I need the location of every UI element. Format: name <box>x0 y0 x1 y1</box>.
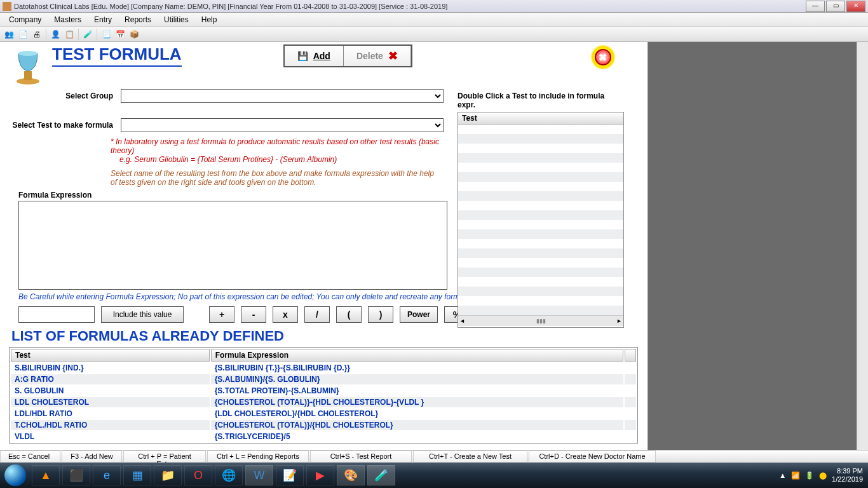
list-item[interactable] <box>458 153 623 163</box>
list-item[interactable] <box>458 191 623 201</box>
multiply-button[interactable]: x <box>273 306 298 323</box>
table-row[interactable]: LDL/HDL RATIO{LDL CHOLESTEROL}/{HDL CHOL… <box>11 409 636 419</box>
hint-text-3: Select name of the resulting test from t… <box>111 169 441 187</box>
test-column-header[interactable]: Test <box>458 112 623 125</box>
table-row[interactable]: T.CHOL./HDL RATIO{CHOLESTEROL (TOTAL)}/{… <box>11 420 636 430</box>
list-item[interactable] <box>458 201 623 210</box>
table-row[interactable]: S. GLOBULIN{S.TOTAL PROTEIN}-{S.ALBUMIN} <box>11 386 636 396</box>
cell-spacer <box>625 420 636 430</box>
app-icon <box>3 2 11 11</box>
list-item[interactable] <box>458 229 623 239</box>
toolbar-report-icon[interactable]: 📋 <box>63 28 76 41</box>
list-item[interactable] <box>458 268 623 277</box>
toolbar-page-icon[interactable]: 📃 <box>100 28 112 41</box>
toolbar-person-icon[interactable]: 👤 <box>49 28 62 41</box>
table-row[interactable]: VLDL{S.TRIGLYCERIDE}/5 <box>11 431 636 442</box>
list-item[interactable] <box>458 125 623 134</box>
include-value-button[interactable]: Include this value <box>101 306 184 323</box>
table-header-test[interactable]: Test <box>11 349 210 362</box>
menu-reports[interactable]: Reports <box>118 14 158 25</box>
toolbar-separator <box>97 29 97 40</box>
formula-expression-textarea[interactable] <box>18 201 447 290</box>
select-test-dropdown[interactable] <box>121 118 444 132</box>
toolbar-users-icon[interactable]: 👥 <box>3 28 15 41</box>
table-row[interactable]: LDL CHOLESTEROL{CHOLESTEROL (TOTAL)}-{HD… <box>11 397 636 407</box>
list-item[interactable] <box>458 277 623 287</box>
divide-button[interactable]: / <box>304 306 330 323</box>
taskbar-explorer-icon[interactable]: 📁 <box>154 465 182 485</box>
list-item[interactable] <box>458 210 623 220</box>
taskbar-app1-icon[interactable]: ⬛ <box>62 465 90 485</box>
taskbar-notes-icon[interactable]: 📝 <box>276 465 304 485</box>
save-icon: 💾 <box>297 51 308 61</box>
cell-test: LDL CHOLESTEROL <box>11 397 210 407</box>
lparen-button[interactable]: ( <box>336 306 362 323</box>
list-item[interactable] <box>458 144 623 153</box>
toolbar-print-icon[interactable]: 🖨 <box>31 28 43 41</box>
list-item[interactable] <box>458 163 623 172</box>
taskbar-word-icon[interactable]: W <box>245 465 273 485</box>
menu-masters[interactable]: Masters <box>48 14 88 25</box>
list-item[interactable] <box>458 296 623 306</box>
cell-test: S. GLOBULIN <box>11 386 210 396</box>
menu-utilities[interactable]: Utilities <box>158 14 195 25</box>
list-item[interactable] <box>458 287 623 296</box>
tray-chevron-icon[interactable]: ▲ <box>779 471 786 479</box>
taskbar-chrome-icon[interactable]: 🌐 <box>215 465 243 485</box>
test-list-rows[interactable] <box>458 125 623 315</box>
list-item[interactable] <box>458 182 623 191</box>
list-item[interactable] <box>458 134 623 144</box>
tray-shield-icon[interactable]: ⬤ <box>819 471 827 480</box>
taskbar-app2-icon[interactable]: ▦ <box>123 465 151 485</box>
scroll-right-icon[interactable]: ► <box>616 318 622 324</box>
plus-button[interactable]: + <box>209 306 234 323</box>
delete-button[interactable]: Delete ✖ <box>344 46 411 66</box>
select-group-label: Select Group <box>3 92 121 100</box>
toolbar-doc-icon[interactable]: 📄 <box>17 28 29 41</box>
toolbar-calendar-icon[interactable]: 📅 <box>114 28 126 41</box>
taskbar-app3-icon[interactable]: ▶ <box>306 465 334 485</box>
list-item[interactable] <box>458 248 623 258</box>
minimize-button[interactable]: — <box>806 1 825 12</box>
test-listbox[interactable]: Test ◄ ▮▮▮ ► <box>458 112 624 328</box>
close-panel-button[interactable]: ✖ <box>590 44 616 70</box>
content-area: TEST FORMULA 💾 Add Delete ✖ ✖ Select Gro… <box>0 42 648 463</box>
taskbar-opera-icon[interactable]: O <box>184 465 212 485</box>
rparen-button[interactable]: ) <box>368 306 393 323</box>
add-button[interactable]: 💾 Add <box>285 46 344 66</box>
list-item[interactable] <box>458 172 623 182</box>
power-button[interactable]: Power <box>400 306 438 323</box>
window-close-button[interactable]: ✕ <box>846 1 865 12</box>
scroll-left-icon[interactable]: ◄ <box>459 318 465 324</box>
minus-button[interactable]: - <box>241 306 266 323</box>
system-tray[interactable]: ▲ 📶 🔋 ⬤ 8:39 PM 1/22/2019 <box>779 467 868 484</box>
menu-entry[interactable]: Entry <box>88 14 118 25</box>
horizontal-scrollbar[interactable]: ◄ ▮▮▮ ► <box>458 315 623 326</box>
value-input[interactable] <box>18 306 95 323</box>
toolbar-package-icon[interactable]: 📦 <box>128 28 140 41</box>
table-row[interactable]: S.BILIRUBIN {IND.}{S.BILIRUBIN {T.}}-{S.… <box>11 363 636 373</box>
maximize-button[interactable]: ▭ <box>826 1 845 12</box>
menu-company[interactable]: Company <box>3 14 48 25</box>
cell-test: A:G RATIO <box>11 374 210 384</box>
taskbar-ie-icon[interactable]: e <box>93 465 121 485</box>
list-item[interactable] <box>458 239 623 248</box>
list-item[interactable] <box>458 220 623 229</box>
taskbar-paint-icon[interactable]: 🎨 <box>337 465 365 485</box>
table-row[interactable]: A:G RATIO{S.ALBUMIN}/{S. GLOBULIN} <box>11 374 636 384</box>
table-header-expr[interactable]: Formula Expression <box>211 349 623 362</box>
scroll-track[interactable]: ▮▮▮ <box>465 318 616 324</box>
menu-help[interactable]: Help <box>195 14 224 25</box>
tray-network-icon[interactable]: 📶 <box>791 471 800 480</box>
svg-point-2 <box>18 51 37 56</box>
tray-battery-icon[interactable]: 🔋 <box>805 471 814 480</box>
taskbar-labs-icon[interactable]: 🧪 <box>367 465 395 485</box>
list-item[interactable] <box>458 306 623 315</box>
start-button[interactable] <box>0 463 31 488</box>
toolbar-separator <box>46 29 46 40</box>
select-group-dropdown[interactable] <box>121 89 444 103</box>
taskbar-vlc-icon[interactable]: ▲ <box>32 465 60 485</box>
list-item[interactable] <box>458 258 623 268</box>
toolbar-gear-icon[interactable]: 🧪 <box>81 28 94 41</box>
cell-expr: {S.TOTAL PROTEIN}-{S.ALBUMIN} <box>211 386 623 396</box>
